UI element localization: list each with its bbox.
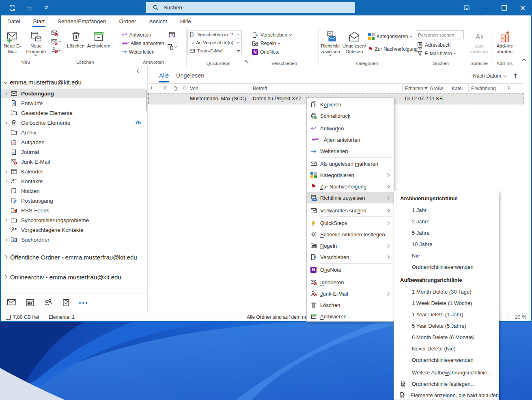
folder-junk[interactable]: Junk-E-Mail [1, 157, 147, 166]
people-module-icon[interactable] [43, 298, 53, 309]
folder-entwuerfe[interactable]: Entwürfe [1, 98, 147, 108]
sweep-button[interactable] [51, 38, 66, 45]
menu-item-junk[interactable]: Junk-E-Mail [307, 288, 394, 299]
menu-item-regeln[interactable]: Regeln [307, 240, 394, 251]
public-folders-header[interactable]: Öffentliche Ordner - emma.musterfrau@kit… [4, 254, 137, 261]
calendar-module-icon[interactable] [25, 298, 34, 309]
search-input[interactable]: Suchen [146, 2, 355, 13]
tab-start[interactable]: Start [27, 15, 52, 27]
menu-item-verwandtes-suchen[interactable]: Verwandtes suchen [307, 205, 394, 216]
item-type-icon[interactable] [173, 84, 178, 93]
menu-item-kopieren[interactable]: Kopieren [307, 99, 394, 110]
scroll-down-icon[interactable] [235, 39, 241, 47]
filter-email-button[interactable]: E-Mail filtern [416, 49, 464, 58]
menu-item-antworten[interactable]: ↩ Antworten [307, 123, 394, 134]
zoom-level[interactable]: 10 % [515, 312, 527, 322]
address-book-button[interactable]: Adressbuch [416, 41, 464, 49]
account-header[interactable]: emma.musterfrau@kit.edu [4, 79, 82, 86]
menu-item-nachverfolgung[interactable]: ⚑ Zur Nachverfolgung [307, 181, 394, 192]
tab-senden-empfangen[interactable]: Senden/Empfangen [51, 15, 112, 27]
tab-alle[interactable]: Alle [159, 72, 169, 82]
tab-datei[interactable]: Datei [1, 15, 27, 27]
more-modules-icon[interactable] [79, 302, 87, 304]
menu-item-schnelle-aktionen[interactable]: Schnelle Aktionen festlegen... [307, 229, 394, 240]
folder-gesendete[interactable]: Gesendete Elemente [1, 108, 147, 118]
menu-item-richtlinie-zuweisen[interactable]: Richtlinie zuweisen [307, 192, 394, 203]
delete-button[interactable]: Löschen [66, 29, 86, 50]
unread-read-button[interactable]: Ungelesen/ Gelesen [341, 29, 367, 56]
follow-up-button[interactable]: ⚑ Zur Nachverfolgung [367, 45, 422, 53]
customize-toolbar-icon[interactable] [41, 3, 51, 13]
menu-item-loeschen[interactable]: Löschen [307, 299, 394, 311]
maximize-button[interactable] [495, 0, 513, 15]
menu-item-weiterleiten[interactable]: → Weiterleiten [307, 145, 394, 157]
ignore-button[interactable] [51, 30, 66, 37]
more-respond-button[interactable] [167, 43, 177, 50]
new-items-button[interactable]: Neue Elemente [23, 29, 49, 56]
folder-vorgeschlagene[interactable]: Vorgeschlagene Kontakte [1, 225, 147, 235]
rules-button[interactable]: Regeln [251, 39, 292, 48]
attachment-icon[interactable] [182, 84, 187, 93]
menu-item-allen-antworten[interactable]: ↩↩ Allen antworten [307, 134, 394, 145]
col-von[interactable]: Von [190, 84, 198, 93]
flag-filter-icon[interactable]: ⚐ [507, 84, 512, 93]
zoom-out-button[interactable]: − [501, 312, 504, 322]
submenu-item-10-jahre[interactable]: 10 Jahre [394, 238, 499, 250]
ribbon-display-options-icon[interactable] [457, 0, 476, 15]
menu-item-quicksteps[interactable]: QuickSteps [307, 217, 394, 229]
minimize-button[interactable] [476, 0, 495, 15]
menu-item-verschieben[interactable]: Verschieben [307, 251, 394, 263]
new-email-button[interactable]: Neue E-Mail [2, 29, 23, 56]
scroll-up-icon[interactable] [235, 30, 241, 39]
quickstep-verschieben-in[interactable]: Verschieben in: ? [188, 30, 235, 39]
undo-icon[interactable] [24, 3, 34, 13]
get-addins-button[interactable]: Add-Ins abrufen [492, 29, 517, 56]
submenu-item-ordnerrichtlinie-festlegen[interactable]: Ordnerrichtlinie festlegen... [394, 378, 499, 389]
menu-item-ignorieren[interactable]: Ignorieren [307, 277, 394, 288]
meeting-button[interactable] [168, 31, 175, 40]
folder-posteingang[interactable]: Posteingang [1, 89, 147, 98]
col-erhalten[interactable]: Erhalten [405, 84, 428, 93]
menu-item-als-ungelesen[interactable]: Als ungelesen markieren [307, 158, 394, 169]
categorize-button[interactable]: Kategorisieren [367, 32, 422, 41]
quickstep-team-email[interactable]: Team-E-Mail [188, 47, 235, 55]
tab-hilfe[interactable]: Hilfe [174, 15, 198, 27]
close-button[interactable]: × [513, 0, 532, 15]
folder-suchordner[interactable]: Suchordner [1, 235, 147, 244]
folder-geloeschte[interactable]: Gelöschte Elemente 76 [1, 118, 147, 128]
menu-item-onenote[interactable]: N OneNote [307, 264, 394, 275]
sort-by-control[interactable]: Nach Datum [473, 73, 507, 79]
col-betreff[interactable]: Betreff [253, 84, 267, 93]
assign-policy-button[interactable]: Richtlinie zuweisen [319, 29, 341, 56]
folder-notizen[interactable]: Notizen [1, 186, 147, 196]
submenu-item-5-jahre[interactable]: 5 Jahre [394, 227, 499, 238]
submenu-item-2-jahre[interactable]: 2 Jahre [394, 216, 499, 227]
folder-journal[interactable]: Journal [1, 147, 147, 157]
submenu-item-nie[interactable]: Nie [394, 250, 499, 261]
online-archive-header[interactable]: Onlinearchiv - emma.musterfrau@kit.edu [4, 274, 121, 281]
submenu-item-never[interactable]: Never Delete (Nie) [394, 343, 499, 354]
submenu-item-ordnerrichtlinie-2[interactable]: Ordnerrichtlinie verwenden [394, 354, 499, 365]
menu-item-archivieren[interactable]: Archivieren... [307, 311, 394, 322]
people-search-input[interactable] [416, 30, 464, 39]
menu-item-schnelldruck[interactable]: Schnelldruck [307, 110, 394, 121]
archive-button[interactable]: Archivieren [86, 29, 112, 50]
reminder-icon[interactable] [163, 84, 168, 93]
submenu-item-1-week[interactable]: 1 Week Delete (1 Woche) [394, 297, 499, 309]
submenu-item-weitere[interactable]: Weitere Aufbewahrungsrichtlinie... [394, 367, 499, 378]
menu-item-kategorisieren[interactable]: Kategorisieren [307, 169, 394, 181]
read-aloud-button[interactable]: A)) Laut vorlesen [468, 29, 490, 56]
folder-pane-scrollbar[interactable] [146, 91, 147, 111]
tab-ordner[interactable]: Ordner [112, 15, 142, 27]
folder-postausgang[interactable]: Postausgang [1, 196, 147, 205]
folder-rss[interactable]: RSS-Feeds [1, 205, 147, 215]
collapse-ribbon-icon[interactable] [522, 59, 526, 63]
col-kategorien[interactable]: Kate... [452, 84, 466, 93]
gallery-more-icon[interactable] [235, 47, 241, 55]
tab-ungelesen[interactable]: Ungelesen [176, 72, 204, 79]
submenu-item-elemente-anzeigen[interactable]: Elemente anzeigen, die bald ablaufen [394, 389, 499, 400]
folder-kalender[interactable]: Kalender [1, 166, 147, 176]
submenu-item-1-month[interactable]: 1 Month Delete (30 Tage) [394, 286, 499, 297]
junk-button[interactable] [51, 47, 66, 54]
send-receive-icon[interactable] [7, 3, 17, 13]
